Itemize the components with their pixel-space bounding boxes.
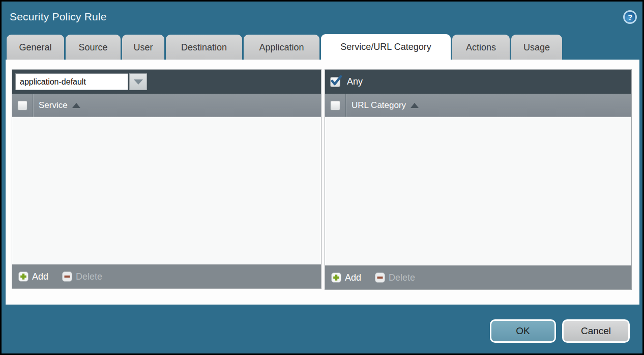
minus-icon — [62, 271, 72, 282]
service-panel: Service Add Dele — [12, 69, 321, 289]
dialog-actions: OK Cancel — [490, 319, 630, 343]
any-checkbox-label: Any — [347, 76, 363, 87]
cancel-button[interactable]: Cancel — [562, 319, 630, 343]
service-list-body[interactable] — [12, 117, 321, 264]
service-select-all-cell — [12, 94, 33, 117]
dialog-title: Security Policy Rule — [10, 11, 107, 23]
service-panel-footer: Add Delete — [12, 264, 321, 288]
tab-destination[interactable]: Destination — [166, 35, 242, 60]
sort-ascending-icon[interactable] — [72, 103, 80, 108]
ok-button[interactable]: OK — [490, 319, 556, 343]
url-column-header-row: URL Category — [325, 94, 631, 117]
tab-user[interactable]: User — [122, 35, 164, 60]
checkmark-icon — [331, 75, 343, 88]
tab-usage[interactable]: Usage — [511, 35, 562, 60]
url-select-all-cell — [325, 94, 346, 117]
tab-application[interactable]: Application — [244, 35, 319, 60]
service-panel-header — [12, 70, 321, 94]
help-icon[interactable]: ? — [623, 10, 637, 24]
service-column-label: Service — [39, 100, 68, 111]
url-add-button[interactable]: Add — [331, 272, 361, 283]
any-checkbox[interactable] — [330, 77, 340, 87]
plus-icon — [18, 271, 28, 282]
url-delete-button[interactable]: Delete — [375, 272, 415, 283]
url-category-panel: Any URL Category — [325, 69, 632, 290]
service-dropdown-input[interactable] — [15, 73, 128, 90]
chevron-down-icon — [134, 79, 143, 85]
url-category-column-label: URL Category — [352, 100, 406, 111]
url-category-list-body[interactable] — [325, 117, 631, 265]
security-policy-rule-dialog: Security Policy Rule ? General Source Us… — [0, 0, 644, 355]
url-select-all-checkbox[interactable] — [330, 100, 340, 111]
tab-service-url-category[interactable]: Service/URL Category — [321, 34, 451, 60]
tab-actions[interactable]: Actions — [452, 35, 510, 60]
minus-icon — [375, 272, 385, 283]
title-bar: Security Policy Rule ? — [10, 9, 637, 25]
service-column-header-row: Service — [12, 94, 321, 117]
url-panel-header: Any — [325, 70, 631, 94]
service-dropdown-button[interactable] — [129, 73, 147, 90]
tab-source[interactable]: Source — [66, 35, 121, 60]
service-add-button[interactable]: Add — [18, 271, 48, 282]
tab-bar: General Source User Destination Applicat… — [7, 35, 562, 60]
service-select-all-checkbox[interactable] — [17, 100, 27, 111]
plus-icon — [331, 272, 341, 283]
tab-general[interactable]: General — [7, 35, 64, 60]
service-delete-button[interactable]: Delete — [62, 271, 102, 282]
url-panel-footer: Add Delete — [325, 265, 631, 289]
sort-ascending-icon[interactable] — [411, 103, 419, 108]
tab-content: Service Add Dele — [6, 60, 639, 305]
